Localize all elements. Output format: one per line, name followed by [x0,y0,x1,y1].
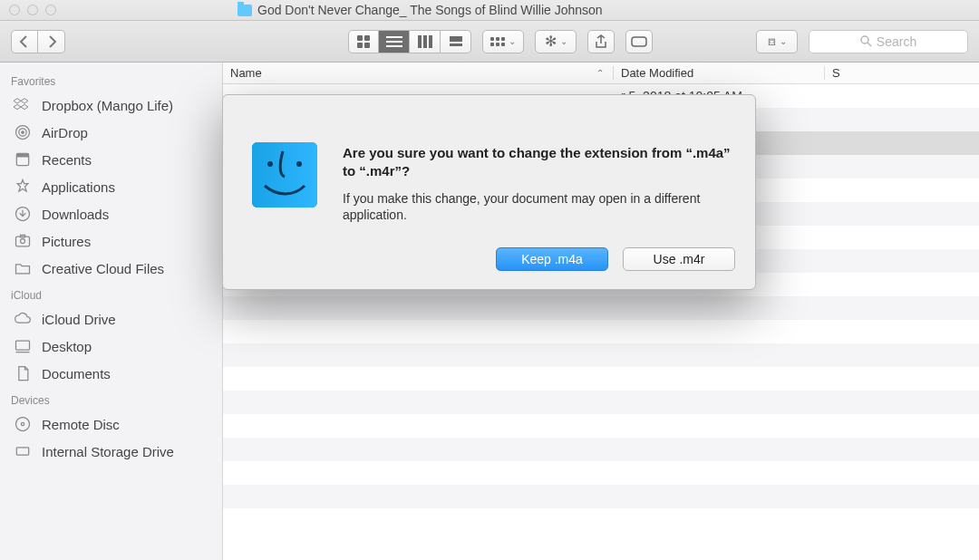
sidebar: Favorites Dropbox (Mango Life) AirDrop R… [0,63,223,560]
icon-view-button[interactable] [348,30,379,53]
svg-point-14 [16,418,30,431]
dropbox-button[interactable]: ⧈ ⌄ [756,30,798,53]
folder-icon [237,5,252,16]
sidebar-item-airdrop[interactable]: AirDrop [0,119,222,146]
use-extension-button[interactable]: Use .m4r [623,247,735,271]
sidebar-header-icloud: iCloud [0,282,222,305]
maximize-window-icon[interactable] [45,5,56,15]
chevron-down-icon: ⌄ [560,36,567,46]
sidebar-item-downloads[interactable]: Downloads [0,200,222,227]
sidebar-item-label: Recents [42,152,92,168]
sidebar-item-label: iCloud Drive [42,312,116,327]
sidebar-item-desktop[interactable]: Desktop [0,333,222,360]
column-header-row: Name⌃ Date Modified S [223,63,979,84]
sidebar-item-creative-cloud[interactable]: Creative Cloud Files [0,255,222,282]
sidebar-item-internal-storage[interactable]: Internal Storage Drive [0,438,222,465]
svg-rect-9 [16,237,30,246]
titlebar: God Don't Never Change_ The Songs of Bli… [0,0,979,21]
column-header-label: Date Modified [621,66,693,80]
columns-icon [418,35,432,48]
document-icon [13,364,33,382]
sidebar-item-label: Downloads [42,207,109,222]
column-header-size[interactable]: S [825,66,979,80]
back-button[interactable] [11,30,38,53]
file-row[interactable] [223,438,979,461]
recents-icon [13,150,33,169]
column-header-name[interactable]: Name⌃ [223,66,614,80]
folder-icon [13,259,33,277]
sidebar-item-documents[interactable]: Documents [0,360,222,387]
sidebar-header-favorites: Favorites [0,68,222,92]
search-placeholder: Search [877,34,916,49]
share-icon [595,34,607,49]
chevron-right-icon [46,35,57,48]
file-row[interactable] [223,296,979,320]
svg-point-19 [296,161,302,167]
svg-point-10 [21,239,25,244]
file-row[interactable] [223,367,979,391]
sidebar-item-label: Desktop [42,339,92,354]
list-icon [386,36,402,47]
sidebar-item-icloud-drive[interactable]: iCloud Drive [0,305,222,333]
dialog-heading: Are you sure you want to change the exte… [343,144,735,181]
arrange-button[interactable]: ⌄ [482,30,524,53]
svg-rect-17 [252,142,317,208]
column-header-date[interactable]: Date Modified [614,66,825,80]
button-label: Keep .m4a [521,252,583,266]
disc-icon [13,415,33,433]
file-row[interactable] [223,508,979,532]
file-row[interactable] [223,485,979,508]
file-row[interactable] [223,320,979,343]
file-row[interactable] [223,391,979,414]
button-label: Use .m4r [654,252,705,266]
sidebar-item-label: Remote Disc [42,417,120,432]
drive-icon [13,442,33,460]
svg-point-18 [267,161,273,167]
applications-icon [13,178,33,196]
nav-buttons [11,30,65,53]
sidebar-item-remote-disc[interactable]: Remote Disc [0,410,222,438]
file-row[interactable] [223,414,979,438]
sidebar-item-label: Dropbox (Mango Life) [42,98,173,113]
airdrop-icon [13,123,33,141]
column-view-button[interactable] [410,30,441,53]
file-row[interactable] [223,343,979,367]
svg-point-5 [22,131,24,134]
action-button[interactable]: ✻ ⌄ [535,30,577,53]
gallery-icon [450,36,462,46]
search-field[interactable]: Search [809,30,968,53]
svg-rect-12 [16,341,30,350]
sidebar-item-dropbox[interactable]: Dropbox (Mango Life) [0,92,222,119]
cloud-icon [13,310,33,328]
list-view-button[interactable] [379,30,410,53]
gear-icon: ✻ [545,33,557,50]
toolbar: ⌄ ✻ ⌄ ⧈ ⌄ Search [0,21,979,63]
forward-button[interactable] [38,30,65,53]
keep-extension-button[interactable]: Keep .m4a [496,247,608,271]
window-title: God Don't Never Change_ The Songs of Bli… [257,3,603,17]
sidebar-item-label: Internal Storage Drive [42,444,174,459]
traffic-lights [9,5,56,15]
svg-point-15 [21,422,24,425]
tags-button[interactable] [625,30,653,53]
minimize-window-icon[interactable] [27,5,38,15]
sidebar-item-label: Documents [42,366,111,381]
svg-point-1 [861,36,868,43]
sidebar-item-recents[interactable]: Recents [0,146,222,173]
finder-icon [252,142,317,208]
close-window-icon[interactable] [9,5,20,15]
sort-ascending-icon: ⌃ [596,68,604,78]
sidebar-item-applications[interactable]: Applications [0,173,222,200]
chevron-left-icon [19,35,30,48]
gallery-view-button[interactable] [441,30,471,53]
arrange-icon [490,37,505,46]
sidebar-header-devices: Devices [0,387,222,410]
file-row[interactable] [223,461,979,485]
grid-icon [357,35,370,48]
sidebar-item-label: Applications [42,179,115,195]
pictures-icon [13,232,33,250]
sidebar-item-pictures[interactable]: Pictures [0,227,222,255]
svg-rect-0 [632,37,646,46]
dialog-body: If you make this change, your document m… [343,190,735,225]
share-button[interactable] [587,30,615,53]
